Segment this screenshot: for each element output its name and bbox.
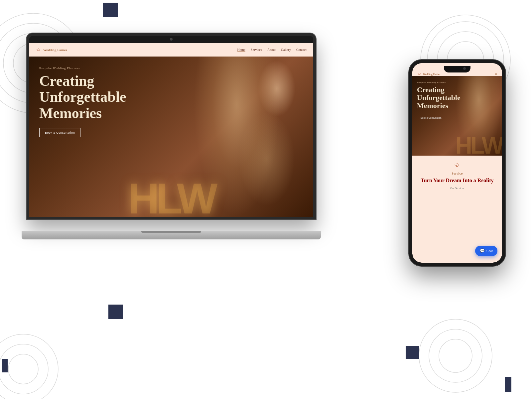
decorative-square-4 [505, 377, 511, 392]
phone-book-consultation-button[interactable]: Book a Consultation [417, 115, 445, 121]
nav-item-home[interactable]: Home [237, 48, 245, 52]
laptop-body: ꩜ Wedding Fairies Home Services About Ga… [27, 33, 316, 219]
phone-service-swirl: ꩜ [417, 161, 497, 170]
logo-swirl-icon: ꩜ [36, 47, 41, 53]
circles-br [412, 313, 499, 399]
phone-service-section: ꩜ Service Turn Your Dream Into a Reality… [412, 156, 502, 195]
hero-title: Creating Unforgettable Memories [39, 73, 126, 121]
chat-label: Chat [486, 249, 493, 253]
svg-point-9 [429, 329, 482, 382]
laptop-hinge [141, 231, 201, 233]
phone-device: ꩜ Wedding Fairies ≡ HLW Bespoke Wedding … [409, 60, 505, 266]
svg-point-8 [439, 339, 472, 372]
laptop-camera [170, 38, 173, 41]
nav-item-gallery[interactable]: Gallery [281, 48, 291, 52]
chat-icon: 💬 [480, 248, 485, 253]
circles-bl [0, 332, 60, 399]
phone-service-label: Service [417, 172, 497, 175]
laptop-device: ꩜ Wedding Fairies Home Services About Ga… [27, 33, 316, 239]
phone-hero-subtitle: Bespoke Wedding Planners [417, 81, 461, 84]
phone-glow-letters: HLW [412, 134, 502, 156]
laptop-navbar: ꩜ Wedding Fairies Home Services About Ga… [29, 43, 313, 57]
phone-our-services-link[interactable]: Our Services [417, 187, 497, 190]
laptop-nav-menu: Home Services About Gallery Contact [237, 48, 307, 52]
nav-item-services[interactable]: Services [251, 48, 262, 52]
hero-content: Bespoke Wedding Planners Creating Unforg… [39, 66, 126, 137]
laptop-logo-text: Wedding Fairies [43, 48, 67, 52]
decorative-square-3 [108, 305, 123, 319]
laptop-hero: HLW Bespoke Wedding Planners Creating Un… [29, 57, 313, 217]
hero-subtitle: Bespoke Wedding Planners [39, 66, 126, 70]
chat-button[interactable]: 💬 Chat [475, 246, 497, 256]
phone-screen: ꩜ Wedding Fairies ≡ HLW Bespoke Wedding … [412, 63, 502, 263]
phone-hero-content: Bespoke Wedding Planners Creating Unforg… [417, 81, 461, 121]
decorative-square-5 [406, 346, 419, 359]
decorative-square-1 [103, 3, 118, 17]
phone-notch [444, 66, 470, 72]
decorative-square-2 [2, 359, 8, 372]
nav-item-contact[interactable]: Contact [296, 48, 307, 52]
phone-hero-title: Creating Unforgettable Memories [417, 86, 461, 110]
nav-item-about[interactable]: About [267, 48, 276, 52]
phone-camera [463, 67, 466, 70]
svg-point-10 [419, 319, 492, 392]
book-consultation-button[interactable]: Book a Consultation [39, 128, 80, 137]
phone-service-title: Turn Your Dream Into a Reality [417, 177, 497, 184]
bride-light-effect [194, 57, 280, 217]
phone-body: ꩜ Wedding Fairies ≡ HLW Bespoke Wedding … [409, 60, 505, 266]
laptop-logo: ꩜ Wedding Fairies [36, 47, 67, 53]
phone-logo-text: Wedding Fairies [423, 73, 440, 76]
phone-hero: HLW Bespoke Wedding Planners Creating Un… [412, 76, 502, 156]
svg-point-11 [8, 354, 38, 384]
laptop-screen: ꩜ Wedding Fairies Home Services About Ga… [29, 43, 313, 217]
